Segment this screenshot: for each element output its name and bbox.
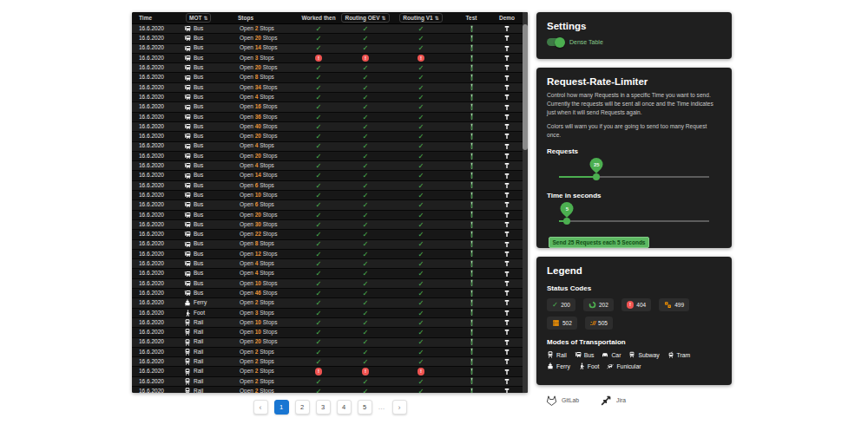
requests-slider-thumb[interactable] — [593, 173, 600, 180]
stops-cell: Open 2 Stops — [231, 300, 297, 306]
test-button[interactable] — [451, 299, 491, 307]
demo-button[interactable] — [491, 104, 523, 111]
demo-button[interactable] — [491, 231, 523, 238]
demo-button[interactable] — [491, 378, 523, 385]
test-button[interactable] — [451, 240, 491, 248]
demo-button[interactable] — [491, 212, 523, 219]
demo-button[interactable] — [491, 114, 523, 121]
demo-button[interactable] — [491, 241, 523, 248]
test-button[interactable] — [451, 55, 491, 62]
test-button[interactable] — [451, 319, 491, 327]
next-page-button[interactable]: › — [392, 400, 407, 415]
demo-button[interactable] — [491, 251, 523, 258]
demo-button[interactable] — [491, 55, 523, 62]
demo-button[interactable] — [491, 201, 523, 208]
test-button[interactable] — [451, 142, 491, 150]
time-slider[interactable]: 5 — [559, 199, 709, 228]
page-button-5[interactable]: 5 — [358, 400, 372, 415]
test-button[interactable] — [451, 211, 491, 219]
column-header-routing-v1[interactable]: Routing V1⇅ — [391, 13, 451, 23]
demo-button[interactable] — [491, 64, 523, 71]
test-button[interactable] — [451, 231, 491, 238]
test-button[interactable] — [451, 270, 491, 278]
demo-button[interactable] — [491, 280, 523, 287]
demo-button[interactable] — [491, 75, 523, 82]
test-button[interactable] — [451, 133, 491, 140]
gitlab-link[interactable]: GitLab — [545, 394, 579, 407]
test-button[interactable] — [451, 201, 491, 209]
table-scrollbar[interactable] — [523, 12, 528, 393]
page-button-4[interactable]: 4 — [337, 400, 352, 415]
prev-page-button[interactable]: ‹ — [253, 400, 268, 415]
test-button[interactable] — [451, 338, 491, 346]
demo-button[interactable] — [491, 123, 523, 130]
scrollbar-thumb[interactable] — [523, 24, 528, 150]
status-code-404: !404 — [621, 298, 651, 311]
test-button[interactable] — [451, 25, 491, 33]
test-button[interactable] — [451, 358, 491, 366]
test-button[interactable] — [451, 192, 491, 199]
demo-button[interactable] — [491, 310, 523, 317]
column-header-routing-oev[interactable]: Routing OEV⇅ — [340, 13, 391, 23]
dense-table-toggle[interactable] — [547, 38, 564, 46]
test-button[interactable] — [451, 172, 491, 180]
demo-button[interactable] — [491, 84, 523, 91]
test-button[interactable] — [451, 279, 491, 287]
requests-slider[interactable]: 25 — [559, 155, 709, 184]
column-header-mot[interactable]: MOT⇅ — [179, 13, 231, 23]
demo-button[interactable] — [491, 143, 523, 150]
demo-button[interactable] — [491, 329, 523, 336]
test-button[interactable] — [451, 309, 491, 317]
test-button[interactable] — [451, 153, 491, 160]
demo-button[interactable] — [491, 35, 523, 42]
test-button[interactable] — [451, 123, 491, 131]
jira-link[interactable]: Jira — [600, 394, 626, 407]
demo-button[interactable] — [491, 349, 523, 356]
test-button[interactable] — [451, 181, 491, 189]
demo-button[interactable] — [491, 133, 523, 140]
demo-button[interactable] — [491, 319, 523, 326]
page-button-2[interactable]: 2 — [295, 400, 310, 415]
test-button[interactable] — [451, 221, 491, 229]
demo-button[interactable] — [491, 162, 523, 169]
test-button[interactable] — [451, 74, 491, 82]
test-button[interactable] — [451, 250, 491, 258]
test-button[interactable] — [451, 162, 491, 170]
demo-button[interactable] — [491, 25, 523, 32]
test-button[interactable] — [451, 44, 491, 52]
test-button[interactable] — [451, 377, 491, 385]
demo-button[interactable] — [491, 45, 523, 52]
demo-button[interactable] — [491, 94, 523, 101]
test-button[interactable] — [451, 103, 491, 111]
test-button[interactable] — [451, 35, 491, 42]
test-button[interactable] — [451, 260, 491, 268]
demo-button[interactable] — [491, 182, 523, 189]
demo-button[interactable] — [491, 339, 523, 346]
test-button[interactable] — [451, 348, 491, 356]
demo-button[interactable] — [491, 192, 523, 199]
test-button[interactable] — [451, 290, 491, 297]
test-button[interactable] — [451, 64, 491, 72]
page-button-3[interactable]: 3 — [316, 400, 331, 415]
test-button[interactable] — [451, 368, 491, 375]
slider-track[interactable] — [559, 220, 709, 222]
demo-button[interactable] — [491, 260, 523, 267]
demo-button[interactable] — [491, 173, 523, 180]
send-requests-button[interactable]: Send 25 Requests each 5 Seconds — [549, 237, 649, 248]
demo-button[interactable] — [491, 271, 523, 278]
page-button-1[interactable]: 1 — [274, 400, 289, 415]
test-button[interactable] — [451, 113, 491, 121]
toggle-knob[interactable] — [555, 37, 565, 48]
demo-button[interactable] — [491, 358, 523, 365]
demo-button[interactable] — [491, 290, 523, 297]
demo-button[interactable] — [491, 153, 523, 160]
test-button[interactable] — [451, 329, 491, 336]
time-slider-thumb[interactable] — [563, 218, 570, 225]
demo-button[interactable] — [491, 388, 523, 393]
demo-button[interactable] — [491, 369, 523, 375]
test-button[interactable] — [451, 83, 491, 91]
test-button[interactable] — [451, 388, 491, 393]
demo-button[interactable] — [491, 221, 523, 228]
test-button[interactable] — [451, 94, 491, 101]
demo-button[interactable] — [491, 299, 523, 306]
